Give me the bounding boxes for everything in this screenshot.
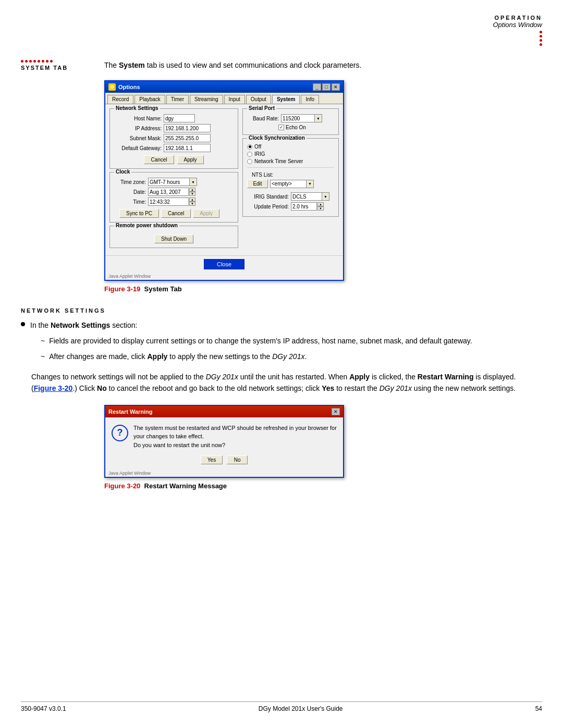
clock-sync-title: Clock Synchronization — [247, 135, 307, 141]
sub-list-1: ~ Fields are provided to display current… — [41, 335, 472, 363]
maximize-button[interactable]: □ — [322, 83, 331, 91]
network-btn-row: Cancel Apply — [114, 155, 234, 164]
restart-no-button[interactable]: No — [227, 455, 248, 464]
header-dot-3 — [540, 39, 542, 42]
irig-standard-value[interactable]: DCLS — [291, 192, 322, 201]
bullet-text-1: In the Network Settings section: ~ Field… — [30, 320, 472, 367]
irig-standard-row: IRIG Standard: DCLS ▼ — [247, 192, 334, 201]
restart-warning-bold: Restart Warning — [418, 373, 474, 381]
time-up-button[interactable]: ▲ — [189, 198, 195, 202]
off-radio[interactable] — [247, 144, 252, 150]
dialog-close-button[interactable]: Close — [204, 259, 244, 269]
tab-record[interactable]: Record — [107, 95, 133, 104]
shutdown-button[interactable]: Shut Down — [154, 235, 193, 243]
nts-select[interactable]: <empty> ▼ — [270, 180, 314, 188]
bullet-dot-1 — [21, 322, 25, 326]
nts-edit-row: Edit <empty> ▼ — [247, 179, 334, 188]
figure-19-caption: Figure 3-19 System Tab — [104, 285, 344, 293]
network-apply-button[interactable]: Apply — [177, 155, 204, 164]
figure-19-number: Figure 3-19 — [104, 285, 140, 293]
echo-on-row: ✓ Echo On — [247, 125, 334, 130]
system-tab-section: SYSTEM TAB The System tab is used to vie… — [21, 60, 542, 490]
tab-timer[interactable]: Timer — [166, 95, 189, 104]
baud-rate-select[interactable]: 115200 ▼ — [281, 114, 322, 122]
off-radio-row: Off — [247, 144, 334, 150]
serial-port-content: Baud Rate: 115200 ▼ ✓ Echo On — [247, 112, 334, 130]
ip-address-input[interactable] — [164, 124, 211, 132]
tab-info[interactable]: Info — [301, 95, 319, 104]
date-up-button[interactable]: ▲ — [189, 188, 195, 192]
page-footer: 350-9047 v3.0.1 DGy Model 201x User's Gu… — [21, 701, 542, 712]
nts-arrow[interactable]: ▼ — [307, 180, 314, 188]
date-down-button[interactable]: ▼ — [189, 192, 195, 196]
minimize-button[interactable]: _ — [313, 83, 321, 91]
restart-close-button[interactable]: ✕ — [332, 408, 340, 415]
default-gateway-input[interactable] — [164, 144, 211, 152]
dialog-title: ⚙ Options — [108, 83, 140, 91]
date-input[interactable] — [148, 188, 189, 196]
remote-shutdown-content: Shut Down — [114, 229, 234, 243]
system-tab-badge: SYSTEM TAB — [21, 65, 104, 71]
dgy-italic: DGy 201x — [272, 352, 304, 361]
nts-label: Network Time Server — [254, 158, 303, 164]
tab-output[interactable]: Output — [246, 95, 271, 104]
nts-list-label: NTS List: — [247, 172, 273, 178]
remote-shutdown-group: Remote power shutdown Shut Down — [109, 226, 238, 248]
restart-title: Restart Warning — [108, 409, 153, 415]
clock-apply-button[interactable]: Apply — [193, 209, 219, 218]
subnet-mask-input[interactable] — [164, 134, 211, 142]
update-period-up[interactable]: ▲ — [317, 202, 324, 206]
footer-left: 350-9047 v3.0.1 — [21, 705, 66, 712]
tab-input[interactable]: Input — [224, 95, 245, 104]
header-dot-1 — [540, 31, 542, 33]
time-down-button[interactable]: ▼ — [189, 202, 195, 206]
baud-rate-arrow[interactable]: ▼ — [315, 114, 322, 122]
tab-streaming[interactable]: Streaming — [190, 95, 223, 104]
close-button[interactable]: ✕ — [332, 83, 340, 91]
timezone-arrow[interactable]: ▼ — [190, 178, 197, 186]
update-period-input[interactable] — [291, 202, 317, 211]
irig-radio[interactable] — [247, 152, 252, 157]
clock-group: Clock Time zone: GMT-7 hours ▼ Date: — [109, 172, 238, 223]
irig-section: IRIG Standard: DCLS ▼ Update Period: — [247, 192, 334, 211]
nts-value[interactable]: <empty> — [270, 180, 307, 188]
timezone-row: Time zone: GMT-7 hours ▼ — [114, 178, 234, 186]
timezone-value[interactable]: GMT-7 hours — [148, 178, 190, 186]
irig-standard-arrow[interactable]: ▼ — [322, 192, 329, 201]
restart-yes-button[interactable]: Yes — [201, 455, 223, 464]
restart-dialog-controls[interactable]: ✕ — [332, 408, 340, 415]
yes-bold: Yes — [322, 384, 334, 392]
time-input[interactable] — [148, 198, 189, 206]
operation-label: OPERATION — [493, 15, 542, 21]
apply-bold: Apply — [148, 352, 168, 361]
figure-3-20-link[interactable]: Figure 3-20 — [34, 384, 73, 392]
clock-cancel-button[interactable]: Cancel — [161, 209, 191, 218]
irig-standard-select[interactable]: DCLS ▼ — [291, 192, 329, 201]
dialog-controls[interactable]: _ □ ✕ — [313, 83, 340, 91]
network-settings-bold: Network Settings — [51, 321, 110, 329]
tilde-2: ~ — [41, 351, 45, 362]
default-gateway-label: Default Gateway: — [114, 145, 164, 151]
sync-to-pc-button[interactable]: Sync to PC — [119, 209, 159, 218]
system-tab-label-row: SYSTEM TAB The System tab is used to vie… — [21, 60, 542, 71]
update-period-down[interactable]: ▼ — [317, 206, 324, 211]
host-name-input[interactable] — [164, 114, 195, 122]
options-dialog: ⚙ Options _ □ ✕ Record Playback Timer St… — [104, 80, 344, 281]
echo-on-checkbox[interactable]: ✓ — [278, 125, 284, 130]
nts-radio[interactable] — [247, 159, 252, 164]
sub-text-1: Fields are provided to display current s… — [49, 335, 472, 347]
tab-playback[interactable]: Playback — [134, 95, 165, 104]
header-dot-2 — [540, 35, 542, 38]
stab-dot-1 — [21, 60, 23, 63]
off-label: Off — [254, 144, 261, 150]
tab-system[interactable]: System — [272, 95, 300, 104]
restart-body: ? The system must be restarted and WCP s… — [105, 417, 343, 456]
baud-rate-value[interactable]: 115200 — [281, 114, 315, 122]
timezone-select[interactable]: GMT-7 hours ▼ — [148, 178, 197, 186]
dialog-titlebar: ⚙ Options _ □ ✕ — [105, 81, 343, 93]
default-gateway-row: Default Gateway: — [114, 144, 234, 152]
time-spinner: ▲ ▼ — [148, 198, 195, 206]
stab-dot-7 — [46, 60, 48, 63]
nts-edit-button[interactable]: Edit — [247, 179, 268, 188]
network-cancel-button[interactable]: Cancel — [144, 155, 174, 164]
